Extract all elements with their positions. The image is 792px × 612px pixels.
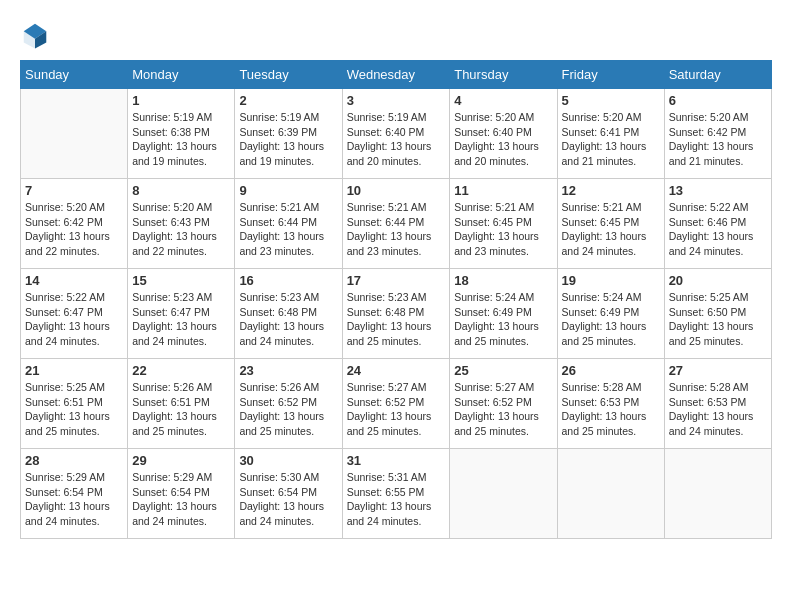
calendar-header-row: SundayMondayTuesdayWednesdayThursdayFrid… bbox=[21, 61, 772, 89]
day-number: 29 bbox=[132, 453, 230, 468]
day-info: Sunrise: 5:19 AM Sunset: 6:39 PM Dayligh… bbox=[239, 110, 337, 169]
day-number: 20 bbox=[669, 273, 767, 288]
calendar-cell: 31Sunrise: 5:31 AM Sunset: 6:55 PM Dayli… bbox=[342, 449, 450, 539]
day-number: 21 bbox=[25, 363, 123, 378]
day-number: 22 bbox=[132, 363, 230, 378]
day-number: 11 bbox=[454, 183, 552, 198]
day-number: 28 bbox=[25, 453, 123, 468]
calendar-cell: 10Sunrise: 5:21 AM Sunset: 6:44 PM Dayli… bbox=[342, 179, 450, 269]
calendar-cell: 13Sunrise: 5:22 AM Sunset: 6:46 PM Dayli… bbox=[664, 179, 771, 269]
day-info: Sunrise: 5:30 AM Sunset: 6:54 PM Dayligh… bbox=[239, 470, 337, 529]
calendar: SundayMondayTuesdayWednesdayThursdayFrid… bbox=[20, 60, 772, 539]
calendar-cell: 30Sunrise: 5:30 AM Sunset: 6:54 PM Dayli… bbox=[235, 449, 342, 539]
calendar-cell: 5Sunrise: 5:20 AM Sunset: 6:41 PM Daylig… bbox=[557, 89, 664, 179]
day-number: 30 bbox=[239, 453, 337, 468]
day-number: 23 bbox=[239, 363, 337, 378]
day-info: Sunrise: 5:21 AM Sunset: 6:44 PM Dayligh… bbox=[347, 200, 446, 259]
day-info: Sunrise: 5:24 AM Sunset: 6:49 PM Dayligh… bbox=[562, 290, 660, 349]
calendar-cell: 26Sunrise: 5:28 AM Sunset: 6:53 PM Dayli… bbox=[557, 359, 664, 449]
calendar-cell: 15Sunrise: 5:23 AM Sunset: 6:47 PM Dayli… bbox=[128, 269, 235, 359]
day-number: 7 bbox=[25, 183, 123, 198]
day-number: 9 bbox=[239, 183, 337, 198]
calendar-cell bbox=[664, 449, 771, 539]
day-header-friday: Friday bbox=[557, 61, 664, 89]
day-info: Sunrise: 5:23 AM Sunset: 6:47 PM Dayligh… bbox=[132, 290, 230, 349]
day-info: Sunrise: 5:28 AM Sunset: 6:53 PM Dayligh… bbox=[669, 380, 767, 439]
day-info: Sunrise: 5:21 AM Sunset: 6:45 PM Dayligh… bbox=[562, 200, 660, 259]
day-number: 12 bbox=[562, 183, 660, 198]
day-info: Sunrise: 5:19 AM Sunset: 6:38 PM Dayligh… bbox=[132, 110, 230, 169]
day-info: Sunrise: 5:23 AM Sunset: 6:48 PM Dayligh… bbox=[239, 290, 337, 349]
day-number: 1 bbox=[132, 93, 230, 108]
day-header-thursday: Thursday bbox=[450, 61, 557, 89]
header bbox=[20, 20, 772, 50]
day-info: Sunrise: 5:25 AM Sunset: 6:50 PM Dayligh… bbox=[669, 290, 767, 349]
day-number: 10 bbox=[347, 183, 446, 198]
day-header-saturday: Saturday bbox=[664, 61, 771, 89]
calendar-week-row: 1Sunrise: 5:19 AM Sunset: 6:38 PM Daylig… bbox=[21, 89, 772, 179]
day-info: Sunrise: 5:20 AM Sunset: 6:43 PM Dayligh… bbox=[132, 200, 230, 259]
day-header-sunday: Sunday bbox=[21, 61, 128, 89]
calendar-cell: 12Sunrise: 5:21 AM Sunset: 6:45 PM Dayli… bbox=[557, 179, 664, 269]
day-number: 18 bbox=[454, 273, 552, 288]
calendar-cell: 24Sunrise: 5:27 AM Sunset: 6:52 PM Dayli… bbox=[342, 359, 450, 449]
day-header-wednesday: Wednesday bbox=[342, 61, 450, 89]
day-number: 3 bbox=[347, 93, 446, 108]
calendar-cell: 20Sunrise: 5:25 AM Sunset: 6:50 PM Dayli… bbox=[664, 269, 771, 359]
day-number: 8 bbox=[132, 183, 230, 198]
day-number: 25 bbox=[454, 363, 552, 378]
day-info: Sunrise: 5:29 AM Sunset: 6:54 PM Dayligh… bbox=[132, 470, 230, 529]
logo bbox=[20, 20, 54, 50]
day-info: Sunrise: 5:23 AM Sunset: 6:48 PM Dayligh… bbox=[347, 290, 446, 349]
day-number: 6 bbox=[669, 93, 767, 108]
day-info: Sunrise: 5:28 AM Sunset: 6:53 PM Dayligh… bbox=[562, 380, 660, 439]
calendar-week-row: 21Sunrise: 5:25 AM Sunset: 6:51 PM Dayli… bbox=[21, 359, 772, 449]
day-number: 15 bbox=[132, 273, 230, 288]
calendar-cell: 4Sunrise: 5:20 AM Sunset: 6:40 PM Daylig… bbox=[450, 89, 557, 179]
day-header-monday: Monday bbox=[128, 61, 235, 89]
calendar-week-row: 14Sunrise: 5:22 AM Sunset: 6:47 PM Dayli… bbox=[21, 269, 772, 359]
calendar-cell: 16Sunrise: 5:23 AM Sunset: 6:48 PM Dayli… bbox=[235, 269, 342, 359]
logo-icon bbox=[20, 20, 50, 50]
calendar-cell: 2Sunrise: 5:19 AM Sunset: 6:39 PM Daylig… bbox=[235, 89, 342, 179]
calendar-cell: 19Sunrise: 5:24 AM Sunset: 6:49 PM Dayli… bbox=[557, 269, 664, 359]
calendar-cell: 11Sunrise: 5:21 AM Sunset: 6:45 PM Dayli… bbox=[450, 179, 557, 269]
calendar-cell: 6Sunrise: 5:20 AM Sunset: 6:42 PM Daylig… bbox=[664, 89, 771, 179]
day-info: Sunrise: 5:20 AM Sunset: 6:40 PM Dayligh… bbox=[454, 110, 552, 169]
calendar-cell: 3Sunrise: 5:19 AM Sunset: 6:40 PM Daylig… bbox=[342, 89, 450, 179]
calendar-cell: 14Sunrise: 5:22 AM Sunset: 6:47 PM Dayli… bbox=[21, 269, 128, 359]
calendar-cell bbox=[557, 449, 664, 539]
day-number: 26 bbox=[562, 363, 660, 378]
day-number: 4 bbox=[454, 93, 552, 108]
day-info: Sunrise: 5:29 AM Sunset: 6:54 PM Dayligh… bbox=[25, 470, 123, 529]
day-info: Sunrise: 5:21 AM Sunset: 6:45 PM Dayligh… bbox=[454, 200, 552, 259]
day-info: Sunrise: 5:19 AM Sunset: 6:40 PM Dayligh… bbox=[347, 110, 446, 169]
day-info: Sunrise: 5:22 AM Sunset: 6:46 PM Dayligh… bbox=[669, 200, 767, 259]
day-info: Sunrise: 5:26 AM Sunset: 6:51 PM Dayligh… bbox=[132, 380, 230, 439]
day-info: Sunrise: 5:20 AM Sunset: 6:42 PM Dayligh… bbox=[25, 200, 123, 259]
day-number: 24 bbox=[347, 363, 446, 378]
day-info: Sunrise: 5:22 AM Sunset: 6:47 PM Dayligh… bbox=[25, 290, 123, 349]
calendar-cell: 18Sunrise: 5:24 AM Sunset: 6:49 PM Dayli… bbox=[450, 269, 557, 359]
calendar-week-row: 28Sunrise: 5:29 AM Sunset: 6:54 PM Dayli… bbox=[21, 449, 772, 539]
day-number: 14 bbox=[25, 273, 123, 288]
calendar-cell: 25Sunrise: 5:27 AM Sunset: 6:52 PM Dayli… bbox=[450, 359, 557, 449]
calendar-cell: 17Sunrise: 5:23 AM Sunset: 6:48 PM Dayli… bbox=[342, 269, 450, 359]
calendar-cell: 28Sunrise: 5:29 AM Sunset: 6:54 PM Dayli… bbox=[21, 449, 128, 539]
day-info: Sunrise: 5:21 AM Sunset: 6:44 PM Dayligh… bbox=[239, 200, 337, 259]
calendar-cell bbox=[21, 89, 128, 179]
day-info: Sunrise: 5:20 AM Sunset: 6:42 PM Dayligh… bbox=[669, 110, 767, 169]
day-number: 31 bbox=[347, 453, 446, 468]
day-info: Sunrise: 5:25 AM Sunset: 6:51 PM Dayligh… bbox=[25, 380, 123, 439]
day-number: 17 bbox=[347, 273, 446, 288]
day-number: 19 bbox=[562, 273, 660, 288]
calendar-cell: 7Sunrise: 5:20 AM Sunset: 6:42 PM Daylig… bbox=[21, 179, 128, 269]
day-number: 5 bbox=[562, 93, 660, 108]
day-info: Sunrise: 5:27 AM Sunset: 6:52 PM Dayligh… bbox=[454, 380, 552, 439]
calendar-cell: 21Sunrise: 5:25 AM Sunset: 6:51 PM Dayli… bbox=[21, 359, 128, 449]
calendar-cell: 9Sunrise: 5:21 AM Sunset: 6:44 PM Daylig… bbox=[235, 179, 342, 269]
day-number: 2 bbox=[239, 93, 337, 108]
day-info: Sunrise: 5:31 AM Sunset: 6:55 PM Dayligh… bbox=[347, 470, 446, 529]
day-info: Sunrise: 5:27 AM Sunset: 6:52 PM Dayligh… bbox=[347, 380, 446, 439]
calendar-week-row: 7Sunrise: 5:20 AM Sunset: 6:42 PM Daylig… bbox=[21, 179, 772, 269]
